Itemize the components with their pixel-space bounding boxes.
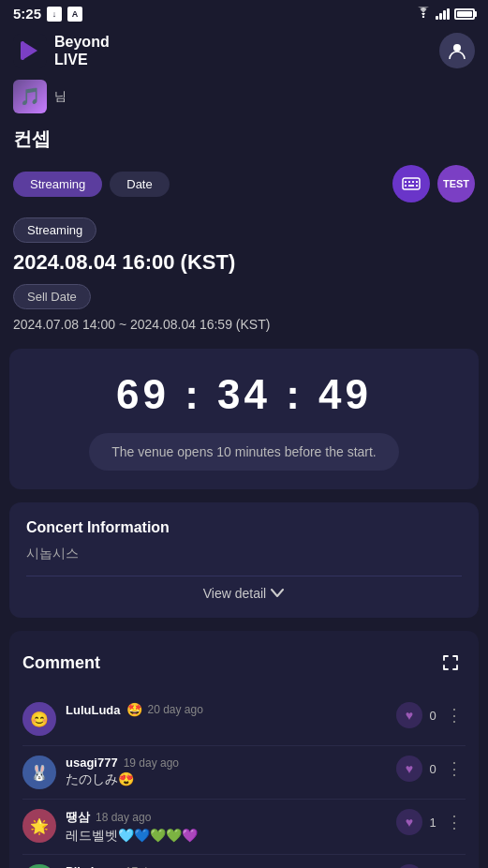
heart-count: 0 xyxy=(426,709,439,723)
comment-username: LuluLuda xyxy=(66,703,121,717)
comment-username: 땡삼 xyxy=(66,809,90,826)
comment-avatar: ⚡ xyxy=(22,864,56,868)
chevron-down-icon xyxy=(270,586,285,601)
status-time: 5:25 xyxy=(13,6,41,22)
comment-item: ⚡ PikaIrene 17 day ago 🩵💚💙💜💚‼ ♥ 0 ⋮ xyxy=(22,855,466,868)
status-icons-right xyxy=(416,7,475,21)
svg-rect-7 xyxy=(408,181,410,183)
svg-rect-10 xyxy=(405,185,407,187)
status-time-area: 5:25 ↓ A xyxy=(13,6,82,22)
countdown-seconds: 49 xyxy=(318,371,372,417)
logo-beyond: Beyond xyxy=(54,33,110,51)
heart-button[interactable]: ♥ xyxy=(396,756,422,782)
comment-username-row: usagi777 19 day ago xyxy=(66,756,387,770)
svg-rect-8 xyxy=(412,181,414,183)
tab-date[interactable]: Date xyxy=(110,172,169,197)
svg-rect-6 xyxy=(405,181,407,183)
countdown-sep1: : xyxy=(185,371,202,417)
streaming-label-pill: Streaming xyxy=(13,217,96,243)
svg-rect-5 xyxy=(403,178,420,189)
more-button[interactable]: ⋮ xyxy=(443,811,466,833)
top-nav: Beyond LIVE xyxy=(0,25,488,80)
comment-text: 레드벨벳🩵💙💚💚💜 xyxy=(66,828,387,845)
comment-emoji: 🤩 xyxy=(126,702,142,717)
status-bar: 5:25 ↓ A xyxy=(0,0,488,25)
sell-date-pill: Sell Date xyxy=(13,284,91,309)
view-detail-row[interactable]: View detail xyxy=(26,576,462,614)
comment-item: 🌟 땡삼 18 day ago 레드벨벳🩵💙💚💚💜 ♥ 1 ⋮ xyxy=(22,800,466,855)
heart-count: 0 xyxy=(426,762,439,776)
svg-point-4 xyxy=(453,44,461,52)
countdown-timer: 69 : 34 : 49 xyxy=(24,371,464,418)
comment-time: 19 day ago xyxy=(124,756,179,770)
comment-avatar: 🌟 xyxy=(22,809,56,843)
comment-item: 😊 LuluLuda 🤩 20 day ago ♥ 0 ⋮ xyxy=(22,693,466,746)
heart-button[interactable]: ♥ xyxy=(396,864,422,868)
comment-username: usagi777 xyxy=(66,756,118,770)
tab-streaming[interactable]: Streaming xyxy=(13,172,102,197)
countdown-minutes: 34 xyxy=(217,371,271,417)
streaming-label-row: Streaming xyxy=(13,217,475,243)
comment-avatar: 🐰 xyxy=(22,756,56,789)
comment-header: Comment xyxy=(22,648,466,678)
comment-main: PikaIrene 17 day ago 🩵💚💙💜💚‼ xyxy=(66,864,387,868)
comment-actions: ♥ 0 ⋮ xyxy=(396,702,466,728)
svg-rect-12 xyxy=(416,185,418,187)
action-icons: TEST xyxy=(392,165,475,202)
date-section: Streaming 2024.08.04 16:00 (KST) Sell Da… xyxy=(0,210,488,336)
heart-button[interactable]: ♥ xyxy=(396,702,422,728)
countdown-hours: 69 xyxy=(116,371,170,417)
svg-rect-11 xyxy=(408,185,414,187)
artist-name-small: 님 xyxy=(54,88,67,105)
countdown-sep2: : xyxy=(286,371,303,417)
comment-username-row: LuluLuda 🤩 20 day ago xyxy=(66,702,387,717)
view-detail-label: View detail xyxy=(203,586,266,601)
expand-button[interactable] xyxy=(436,648,466,678)
logo-icon xyxy=(13,34,47,67)
countdown-notice: The venue opens 10 minutes before the st… xyxy=(89,433,399,471)
artist-thumbnail: 🎵 xyxy=(13,80,47,113)
user-avatar-button[interactable] xyxy=(439,33,475,68)
logo-area: Beyond LIVE xyxy=(13,33,110,68)
comment-main: LuluLuda 🤩 20 day ago xyxy=(66,702,387,717)
svg-rect-9 xyxy=(416,181,418,183)
concert-info-body: 시놉시스 xyxy=(26,546,462,562)
artist-preview: 🎵 님 xyxy=(0,80,488,123)
comment-main: usagi777 19 day ago たのしみ😍 xyxy=(66,756,387,788)
streaming-label-text: Streaming xyxy=(27,223,82,237)
comment-list: 😊 LuluLuda 🤩 20 day ago ♥ 0 ⋮ 🐰 usagi777… xyxy=(22,693,466,868)
sell-date-range: 2024.07.08 14:00 ~ 2024.08.04 16:59 (KST… xyxy=(13,317,475,332)
comment-item: 🐰 usagi777 19 day ago たのしみ😍 ♥ 0 ⋮ xyxy=(22,746,466,800)
sim-icon: A xyxy=(67,7,82,22)
download-icon: ↓ xyxy=(47,7,62,22)
wifi-icon xyxy=(416,7,431,21)
signal-icon xyxy=(436,8,450,20)
keyboard-icon-button[interactable] xyxy=(392,165,430,202)
comment-time: 18 day ago xyxy=(96,811,151,824)
comment-avatar: 😊 xyxy=(22,702,56,736)
heart-button[interactable]: ♥ xyxy=(396,809,422,835)
sell-date-label: Sell Date xyxy=(27,290,77,304)
concert-info-title: Concert Information xyxy=(26,519,462,536)
test-icon-button[interactable]: TEST xyxy=(437,165,475,202)
svg-rect-3 xyxy=(21,41,24,60)
tab-buttons: Streaming Date xyxy=(13,172,170,197)
comment-username: PikaIrene xyxy=(66,864,120,868)
comment-actions: ♥ 0 ⋮ xyxy=(396,864,466,868)
comment-username-row: PikaIrene 17 day ago xyxy=(66,864,387,868)
more-button[interactable]: ⋮ xyxy=(443,704,466,726)
comment-title: Comment xyxy=(22,653,100,673)
comment-main: 땡삼 18 day ago 레드벨벳🩵💙💚💚💜 xyxy=(66,809,387,845)
comment-actions: ♥ 0 ⋮ xyxy=(396,756,466,782)
logo-live: LIVE xyxy=(54,51,110,68)
tab-row: Streaming Date TEST xyxy=(0,161,488,210)
battery-icon xyxy=(454,8,475,20)
comment-time: 20 day ago xyxy=(148,703,203,716)
concert-title: 컨셉 xyxy=(0,123,488,161)
comment-username-row: 땡삼 18 day ago xyxy=(66,809,387,826)
comment-actions: ♥ 1 ⋮ xyxy=(396,809,466,835)
sell-date-row: Sell Date xyxy=(13,284,475,309)
more-button[interactable]: ⋮ xyxy=(443,757,466,780)
logo-text: Beyond LIVE xyxy=(54,33,110,68)
countdown-container: 69 : 34 : 49 The venue opens 10 minutes … xyxy=(9,349,479,489)
